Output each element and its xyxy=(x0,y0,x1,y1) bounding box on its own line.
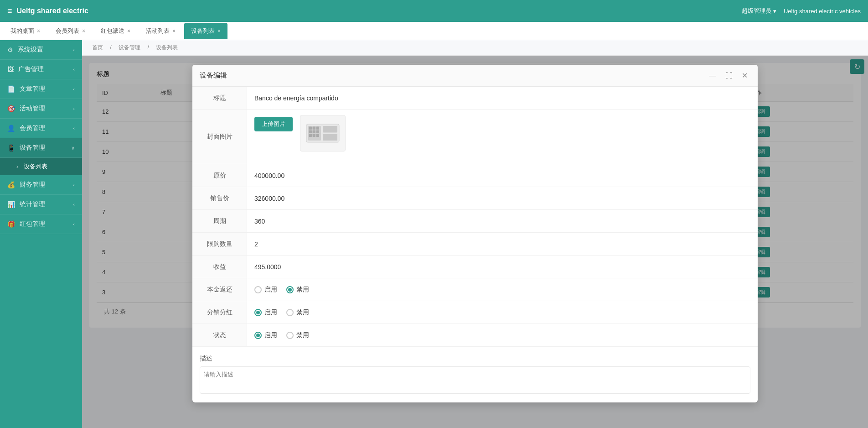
tab-desktop[interactable]: 我的桌面 × xyxy=(4,23,47,39)
svg-rect-11 xyxy=(313,134,315,137)
admin-dropdown[interactable]: 超级管理员 ▾ xyxy=(742,7,776,15)
articles-icon: 📄 xyxy=(7,85,15,93)
modal-maximize-button[interactable]: ⛶ xyxy=(723,70,735,81)
dividend-disable-radio[interactable]: 禁用 xyxy=(286,308,309,317)
sidebar-label-stats: 统计管理 xyxy=(20,200,45,209)
sidebar-arrow-ads: ‹ xyxy=(73,67,75,72)
sidebar-arrow-stats: ‹ xyxy=(73,202,75,207)
svg-rect-5 xyxy=(313,127,315,130)
content-area: ↻ 标题 ID 标题 原价 销售价 周期 限购数量 xyxy=(82,56,868,428)
svg-rect-8 xyxy=(313,130,315,133)
sidebar-arrow-articles: ‹ xyxy=(73,86,75,92)
sidebar-item-devices[interactable]: 📱 设备管理 ∨ xyxy=(0,138,82,158)
admin-label: 超级管理员 xyxy=(742,7,771,15)
modal-body: 标题 封面图片 上传图片 xyxy=(192,87,758,402)
sidebar-label-articles: 文章管理 xyxy=(20,85,45,93)
tab-devices-label: 设备列表 xyxy=(191,27,215,35)
tab-members-close[interactable]: × xyxy=(82,28,85,34)
input-original-price[interactable] xyxy=(254,172,750,179)
form-row-sale-price: 销售价 xyxy=(192,187,758,210)
sidebar-item-stats[interactable]: 📊 统计管理 ‹ xyxy=(0,195,82,214)
image-preview xyxy=(300,115,346,151)
device-image xyxy=(305,120,341,147)
sidebar-item-finance[interactable]: 💰 财务管理 ‹ xyxy=(0,175,82,195)
form-label-refund: 本金返还 xyxy=(192,278,247,301)
status-disable-label: 禁用 xyxy=(296,331,309,339)
sidebar-label-ads: 广告管理 xyxy=(18,65,44,73)
input-income[interactable] xyxy=(254,263,750,271)
main-layout: ⚙ 系统设置 ‹ 🖼 广告管理 ‹ 📄 文章管理 ‹ 🎯 活动管理 ‹ xyxy=(0,40,868,428)
redpacket-icon: 🎁 xyxy=(7,220,15,228)
form-value-limit xyxy=(247,233,758,255)
input-limit[interactable] xyxy=(254,240,750,248)
form-label-title: 标题 xyxy=(192,87,247,109)
dividend-enable-label: 启用 xyxy=(264,308,277,317)
tab-redpacket-label: 红包派送 xyxy=(101,27,124,35)
form-row-period: 周期 xyxy=(192,210,758,233)
tab-members[interactable]: 会员列表 × xyxy=(49,23,92,39)
form-value-dividend: 启用 禁用 xyxy=(247,301,758,324)
refund-enable-circle xyxy=(254,286,262,293)
sidebar-item-device-list[interactable]: › 设备列表 xyxy=(0,158,82,175)
sidebar-arrow-devices: ∨ xyxy=(71,145,75,151)
form-value-sale-price xyxy=(247,187,758,209)
sidebar-item-system[interactable]: ⚙ 系统设置 ‹ xyxy=(0,40,82,60)
breadcrumb-level2: 设备列表 xyxy=(156,44,178,51)
sidebar-item-redpacket[interactable]: 🎁 红包管理 ‹ xyxy=(0,214,82,234)
tab-devices[interactable]: 设备列表 × xyxy=(184,23,227,39)
status-radio-group: 启用 禁用 xyxy=(254,331,309,339)
refund-disable-radio[interactable]: 禁用 xyxy=(286,286,309,294)
input-title[interactable] xyxy=(254,94,750,102)
dividend-enable-circle xyxy=(254,309,262,316)
tab-desktop-close[interactable]: × xyxy=(37,28,40,34)
svg-rect-7 xyxy=(309,130,312,133)
sidebar-item-activities[interactable]: 🎯 活动管理 ‹ xyxy=(0,99,82,119)
form-label-cover: 封面图片 xyxy=(192,110,247,164)
status-disable-radio[interactable]: 禁用 xyxy=(286,331,309,339)
dividend-radio-group: 启用 禁用 xyxy=(254,308,309,317)
sidebar-arrow-members: ‹ xyxy=(73,125,75,131)
edit-modal: 设备编辑 — ⛶ ✕ 标题 xyxy=(192,65,758,402)
sidebar-arrow-activities: ‹ xyxy=(73,106,75,111)
status-enable-label: 启用 xyxy=(264,331,277,339)
tab-redpacket-close[interactable]: × xyxy=(127,28,130,34)
sidebar-label-devices: 设备管理 xyxy=(20,144,45,152)
tab-activity-label: 活动列表 xyxy=(146,27,170,35)
members-icon: 👤 xyxy=(7,125,15,132)
tab-devices-close[interactable]: × xyxy=(217,28,221,34)
breadcrumb: 首页 / 设备管理 / 设备列表 xyxy=(82,40,868,56)
svg-rect-10 xyxy=(309,134,312,137)
sidebar: ⚙ 系统设置 ‹ 🖼 广告管理 ‹ 📄 文章管理 ‹ 🎯 活动管理 ‹ xyxy=(0,40,82,428)
desc-label: 描述 xyxy=(200,355,750,363)
refund-enable-radio[interactable]: 启用 xyxy=(254,286,277,294)
sidebar-item-ads[interactable]: 🖼 广告管理 ‹ xyxy=(0,60,82,79)
input-sale-price[interactable] xyxy=(254,195,750,202)
modal-close-button[interactable]: ✕ xyxy=(739,70,750,81)
upload-button[interactable]: 上传图片 xyxy=(254,117,293,131)
tab-redpacket[interactable]: 红包派送 × xyxy=(94,23,137,39)
modal-action-buttons: — ⛶ ✕ xyxy=(706,70,750,81)
sidebar-item-articles[interactable]: 📄 文章管理 ‹ xyxy=(0,79,82,99)
dividend-enable-radio[interactable]: 启用 xyxy=(254,308,277,317)
sidebar-label-finance: 财务管理 xyxy=(20,181,45,189)
form-row-original-price: 原价 xyxy=(192,164,758,187)
desc-textarea[interactable] xyxy=(200,366,750,394)
sidebar-label-device-list: 设备列表 xyxy=(24,162,47,171)
tab-activity[interactable]: 活动列表 × xyxy=(139,23,182,39)
sidebar-item-members[interactable]: 👤 会员管理 ‹ xyxy=(0,119,82,138)
menu-icon[interactable]: ≡ xyxy=(7,6,12,16)
tab-activity-close[interactable]: × xyxy=(172,28,176,34)
input-period[interactable] xyxy=(254,218,750,225)
form-row-income: 收益 xyxy=(192,256,758,278)
svg-rect-4 xyxy=(309,127,312,130)
breadcrumb-home: 首页 xyxy=(92,44,103,51)
form-label-limit: 限购数量 xyxy=(192,233,247,255)
modal-overlay: 设备编辑 — ⛶ ✕ 标题 xyxy=(82,56,868,428)
status-enable-radio[interactable]: 启用 xyxy=(254,331,277,339)
form-label-status: 状态 xyxy=(192,324,247,346)
sidebar-child-devices: › 设备列表 xyxy=(0,158,82,175)
dividend-disable-label: 禁用 xyxy=(296,308,309,317)
form-row-cover: 封面图片 上传图片 xyxy=(192,110,758,164)
modal-minimize-button[interactable]: — xyxy=(706,70,719,81)
tab-members-label: 会员列表 xyxy=(56,27,79,35)
